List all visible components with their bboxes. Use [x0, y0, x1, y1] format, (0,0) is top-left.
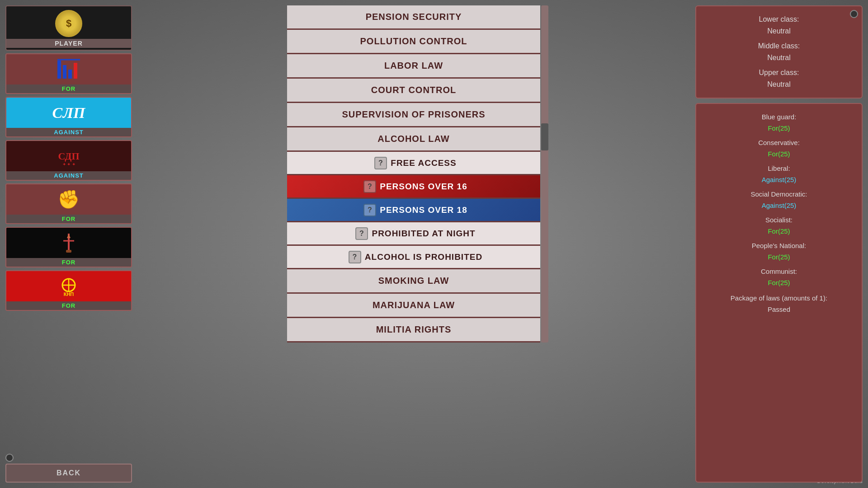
vote-package: Package of laws (amounts of 1): Passed — [705, 292, 853, 315]
player-coin: $ — [55, 10, 82, 37]
party-logo-area-3: СДП ✦ ✦ ✦ — [6, 141, 131, 171]
law-item-persons-18[interactable]: ? PERSONS OVER 18 — [287, 199, 540, 222]
lower-class-line: Lower class: Neutral — [705, 14, 853, 37]
party-stance-2: AGAINST — [6, 128, 131, 136]
vote-communist: Communist: For(25) — [705, 266, 853, 289]
svg-text:✦ ✦ ✦: ✦ ✦ ✦ — [62, 162, 75, 167]
law-item-prohibited-night[interactable]: ? PROHIBITED AT NIGHT — [287, 222, 540, 246]
record-dot-right — [850, 10, 858, 18]
party-stance-1: FOR — [6, 84, 131, 93]
svg-rect-2 — [68, 70, 72, 79]
party-logo-area-2: СЛП — [6, 98, 131, 128]
law-item-court[interactable]: COURT CONTROL — [287, 79, 540, 103]
svg-text:КНП: КНП — [64, 291, 74, 297]
scroll-track[interactable] — [541, 5, 548, 343]
question-badge-free: ? — [374, 157, 387, 169]
party-logo-area-5 — [6, 228, 131, 258]
party-card-4[interactable]: ✊ FOR — [5, 183, 132, 224]
back-section: BACK — [5, 450, 132, 483]
law-item-persons-16[interactable]: ? PERSONS OVER 16 — [287, 175, 540, 199]
svg-marker-9 — [67, 234, 71, 238]
vote-socialist: Socialist: For(25) — [705, 214, 853, 237]
middle-class-line: Middle class: Neutral — [705, 40, 853, 63]
scroll-thumb — [541, 123, 548, 150]
left-panel: $ PLAYER FOR СЛП AGAINST — [5, 5, 132, 483]
party-card-6[interactable]: КНП FOR — [5, 270, 132, 311]
center-panel: PENSION SECURITY POLLUTION CONTROL LABOR… — [132, 5, 695, 483]
svg-rect-0 — [57, 61, 61, 79]
vote-liberal: Liberal: Against(25) — [705, 163, 853, 186]
vote-conservative: Conservative: For(25) — [705, 137, 853, 160]
svg-rect-3 — [74, 63, 77, 79]
svg-rect-1 — [63, 65, 66, 79]
law-item-free-access[interactable]: ? FREE ACCESS — [287, 152, 540, 175]
law-item-smoking[interactable]: SMOKING LAW — [287, 269, 540, 294]
party-stance-4: FOR — [6, 215, 131, 223]
right-panel: Lower class: Neutral Middle class: Neutr… — [695, 5, 863, 483]
party-card-1[interactable]: FOR — [5, 53, 132, 94]
party-card-3[interactable]: СДП ✦ ✦ ✦ AGAINST — [5, 140, 132, 181]
party-vote-box: Blue guard: For(25) Conservative: For(25… — [695, 103, 863, 483]
party-logo-area-6: КНП — [6, 271, 131, 301]
player-label: PLAYER — [6, 39, 131, 48]
law-item-marijuana[interactable]: MARIJUANA LAW — [287, 294, 540, 318]
vote-blue-guard: Blue guard: For(25) — [705, 111, 853, 134]
law-item-alcohol-prohibited[interactable]: ? ALCOHOL IS PROHIBITED — [287, 246, 540, 269]
back-button[interactable]: BACK — [5, 464, 132, 483]
vote-social-democratic: Social Democratic: Against(25) — [705, 188, 853, 211]
party-stance-5: FOR — [6, 258, 131, 267]
record-dot-left — [5, 454, 14, 462]
law-item-pension[interactable]: PENSION SECURITY — [287, 5, 540, 30]
svg-text:СДП: СДП — [58, 150, 79, 162]
question-badge-18: ? — [363, 204, 376, 216]
law-item-alcohol[interactable]: ALCOHOL LAW — [287, 127, 540, 152]
question-badge-night: ? — [355, 227, 368, 240]
party-logo-area-1 — [6, 54, 131, 84]
law-item-militia[interactable]: MILITIA RIGHTS — [287, 318, 540, 343]
law-item-pollution[interactable]: POLLUTION CONTROL — [287, 30, 540, 54]
law-item-supervision[interactable]: SUPERVISION OF PRISONERS — [287, 103, 540, 127]
upper-class-line: Upper class: Neutral — [705, 67, 853, 90]
party-stance-6: FOR — [6, 301, 131, 310]
law-list: PENSION SECURITY POLLUTION CONTROL LABOR… — [287, 5, 540, 343]
law-item-labor[interactable]: LABOR LAW — [287, 54, 540, 79]
vote-peoples-national: People's National: For(25) — [705, 240, 853, 263]
party-card-2[interactable]: СЛП AGAINST — [5, 97, 132, 137]
svg-rect-10 — [66, 250, 71, 253]
question-badge-alc-prohib: ? — [349, 251, 361, 263]
main-container: $ PLAYER FOR СЛП AGAINST — [0, 0, 868, 488]
question-badge-16: ? — [363, 180, 376, 193]
party-card-5[interactable]: FOR — [5, 227, 132, 267]
class-reaction-box: Lower class: Neutral Middle class: Neutr… — [695, 5, 863, 99]
party-logo-area-4: ✊ — [6, 184, 131, 215]
party-stance-3: AGAINST — [6, 171, 131, 180]
player-box: $ PLAYER — [5, 5, 132, 51]
